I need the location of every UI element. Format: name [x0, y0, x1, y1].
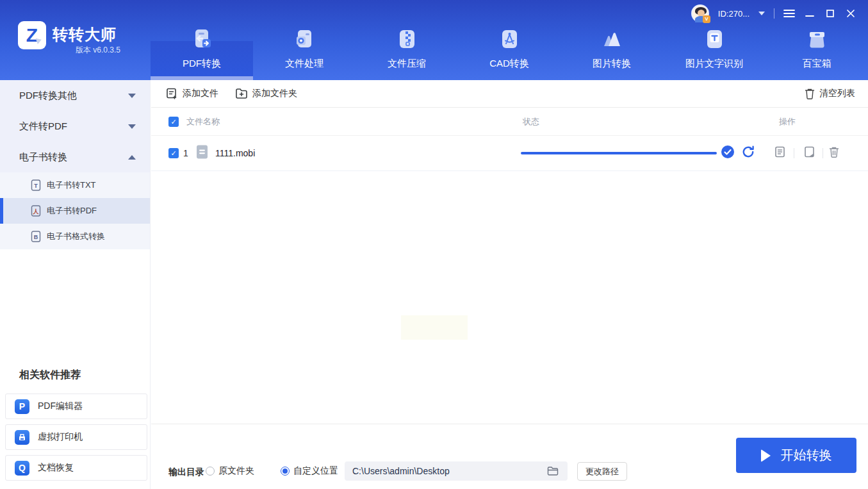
row-index: 1: [183, 148, 188, 158]
watermark: [401, 315, 468, 340]
image-convert-icon: [600, 27, 624, 51]
change-path-button[interactable]: 更改路径: [577, 462, 627, 481]
column-status: 状态: [523, 116, 539, 128]
tab-file-process[interactable]: 文件处理: [253, 0, 356, 80]
sidebar-item-ebook-format-convert[interactable]: B 电子书格式转换: [0, 224, 150, 249]
clear-list-label: 清空列表: [819, 88, 855, 99]
sidebar-item-ebook-to-txt[interactable]: T 电子书转TXT: [0, 172, 150, 198]
complete-check-icon: [721, 145, 734, 161]
pdf-editor-icon: P: [15, 399, 29, 414]
add-file-button[interactable]: 添加文件: [166, 88, 218, 100]
toolbox-icon: [805, 27, 829, 51]
svg-text:人: 人: [33, 208, 40, 215]
start-convert-button[interactable]: 开始转换: [736, 438, 856, 473]
add-folder-button[interactable]: 添加文件夹: [235, 88, 297, 99]
radio-label: 自定义位置: [293, 465, 338, 477]
group-label: 电子书转换: [19, 151, 128, 163]
related-software-heading: 相关软件推荐: [19, 369, 150, 382]
refresh-icon[interactable]: [741, 145, 755, 162]
radio-circle-icon[interactable]: [206, 467, 215, 476]
txt-doc-icon: T: [31, 179, 41, 191]
chevron-down-icon: [128, 94, 136, 98]
tab-label: CAD转换: [458, 58, 561, 70]
delete-row-icon[interactable]: [829, 146, 839, 160]
window-controls: V ID:270...: [691, 0, 868, 27]
output-dir-label: 输出目录: [168, 467, 204, 478]
table-header: ✓ 文件名称 状态 操作: [151, 108, 868, 136]
brand: Z 转转大师 版本 v6.0.3.5: [0, 0, 151, 80]
pdf-convert-icon: [190, 27, 214, 51]
user-avatar[interactable]: V: [691, 4, 709, 22]
radio-circle-selected-icon[interactable]: [281, 467, 290, 476]
file-icon: [196, 145, 208, 162]
sidebar-item-label: 电子书格式转换: [47, 231, 105, 242]
file-toolbar: 添加文件 添加文件夹 清空列表: [151, 80, 868, 108]
promo-virtual-printer[interactable]: 虚拟打印机: [5, 424, 147, 450]
sidebar-group-pdf-other[interactable]: PDF转换其他: [0, 80, 150, 111]
chevron-down-icon[interactable]: [758, 12, 765, 15]
sidebar-group-ebook-convert[interactable]: 电子书转换: [0, 142, 150, 172]
row-checkbox[interactable]: ✓: [168, 148, 179, 158]
maximize-icon[interactable]: [824, 8, 836, 19]
promo-label: 文档恢复: [38, 462, 74, 474]
add-folder-label: 添加文件夹: [252, 88, 297, 99]
tab-image-convert[interactable]: 图片转换: [561, 0, 663, 80]
close-icon[interactable]: [845, 8, 856, 19]
sidebar-menu: PDF转换其他 文件转PDF 电子书转换 T 电子书转TXT 人 电子书转PDF…: [0, 80, 150, 249]
app-logo: Z: [18, 21, 46, 49]
sidebar-group-file-to-pdf[interactable]: 文件转PDF: [0, 111, 150, 142]
sidebar-item-ebook-to-pdf[interactable]: 人 电子书转PDF: [0, 198, 150, 224]
tab-pdf-convert[interactable]: PDF转换: [151, 0, 253, 80]
clear-list-button[interactable]: 清空列表: [805, 88, 855, 99]
menu-icon[interactable]: [783, 8, 795, 19]
tab-file-compress[interactable]: 文件压缩: [356, 0, 458, 80]
divider: [823, 148, 823, 158]
sidebar: PDF转换其他 文件转PDF 电子书转换 T 电子书转TXT 人 电子书转PDF…: [0, 80, 151, 489]
table-row: ✓ 1 1111.mobi: [151, 136, 868, 171]
tab-label: PDF转换: [151, 58, 253, 70]
tab-label: 文件压缩: [356, 58, 458, 70]
promo-pdf-editor[interactable]: P PDF编辑器: [5, 394, 147, 419]
tab-cad-convert[interactable]: CAD转换: [458, 0, 561, 80]
file-process-icon: [292, 27, 316, 51]
app-version: 版本 v6.0.3.5: [76, 45, 120, 56]
tab-label: 百宝箱: [766, 58, 868, 70]
select-all-checkbox[interactable]: ✓: [168, 117, 179, 127]
sidebar-item-label: 电子书转PDF: [47, 205, 97, 217]
ocr-icon: [702, 27, 726, 51]
b-doc-icon: B: [31, 231, 41, 242]
chevron-up-icon: [128, 155, 136, 160]
logo-letter: Z: [26, 26, 38, 45]
trash-icon: [805, 88, 815, 99]
user-id[interactable]: ID:270...: [718, 9, 749, 19]
folder-browse-icon[interactable]: [547, 466, 559, 479]
group-label: 文件转PDF: [19, 120, 128, 133]
open-folder-icon[interactable]: [803, 146, 815, 161]
svg-text:B: B: [34, 234, 38, 240]
minimize-icon[interactable]: [804, 8, 815, 19]
promo-doc-restore[interactable]: Q 文档恢复: [5, 455, 147, 481]
group-label: PDF转换其他: [19, 90, 128, 102]
sidebar-item-label: 电子书转TXT: [47, 179, 96, 191]
play-icon: [761, 449, 771, 462]
related-software-section: 相关软件推荐 P PDF编辑器 虚拟打印机 Q 文档恢复: [0, 369, 150, 486]
add-file-label: 添加文件: [183, 88, 218, 99]
promo-label: PDF编辑器: [38, 401, 83, 412]
progress-bar: [521, 152, 717, 154]
add-file-icon: [166, 88, 178, 100]
tab-label: 图片转换: [561, 58, 663, 70]
tab-label: 图片文字识别: [663, 58, 766, 70]
pdf-doc-icon: 人: [31, 205, 41, 217]
column-actions: 操作: [779, 116, 796, 128]
radio-label: 原文件夹: [218, 465, 254, 477]
view-log-icon[interactable]: [774, 146, 786, 161]
radio-custom-location[interactable]: 自定义位置: [281, 465, 338, 477]
vip-badge-icon: V: [703, 15, 710, 23]
app-title: 转转大师: [53, 24, 117, 45]
app-header: Z 转转大师 版本 v6.0.3.5 PDF转换 文件处理 文件压缩: [0, 0, 868, 80]
chevron-down-icon: [128, 124, 136, 129]
doc-restore-icon: Q: [15, 461, 29, 476]
divider: [774, 8, 774, 19]
output-path-input[interactable]: [345, 461, 568, 481]
radio-original-folder[interactable]: 原文件夹: [206, 465, 254, 477]
